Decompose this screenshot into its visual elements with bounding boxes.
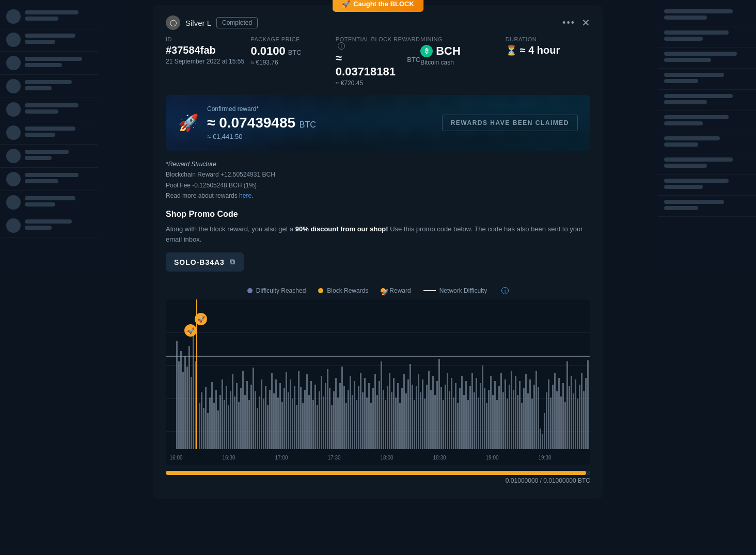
svg-rect-73 [314,385,316,449]
svg-rect-13 [188,346,190,449]
reward-text-block: Confirmed reward* ≈ 0.07439485 BTC ≈ €1,… [207,105,316,140]
copy-icon[interactable]: ⧉ [230,258,235,266]
legend-reward-label: Reward [389,287,411,294]
svg-rect-124 [420,392,421,449]
svg-rect-177 [529,379,531,449]
svg-rect-41 [248,400,250,449]
svg-rect-188 [552,385,554,449]
svg-rect-179 [533,385,535,449]
svg-rect-107 [385,400,386,449]
svg-rect-27 [219,395,221,449]
reward-structure-blockchain: Blockchain Reward +12.50524931 BCH [166,169,590,180]
progress-label: 0.01000000 / 0.01000000 BTC [166,477,590,484]
id-value: #37584fab [166,44,250,56]
svg-rect-149 [471,373,473,449]
promo-section: Shop Promo Code Along with the block rew… [153,210,603,282]
user-name: Silver L [185,19,211,27]
svg-rect-134 [440,387,442,449]
svg-rect-138 [449,391,450,449]
confirmed-unit: BTC [300,120,316,129]
svg-rect-9 [180,351,182,449]
svg-rect-90 [350,376,351,449]
caught-block-banner: 🚀 Caught the BLOCK [333,0,423,12]
svg-rect-113 [397,383,399,449]
svg-rect-192 [560,397,562,449]
read-more-link[interactable]: here [239,192,251,199]
network-difficulty-line [423,290,436,291]
mining-coin-name: BCH [436,44,461,58]
svg-text:🚀: 🚀 [197,315,205,323]
svg-rect-122 [416,386,417,449]
promo-title: Shop Promo Code [166,210,590,219]
svg-rect-44 [255,391,256,449]
svg-rect-86 [341,367,343,449]
svg-rect-77 [323,397,324,449]
modal-wrapper: 🚀 Caught the BLOCK ◯ Silver L Completed … [0,0,756,555]
close-button[interactable]: ✕ [581,18,590,28]
svg-rect-158 [490,376,492,449]
difficulty-reached-dot [247,288,253,293]
svg-rect-7 [176,341,178,449]
svg-rect-194 [564,402,566,449]
rocket-icon: 🚀 [178,113,199,133]
svg-rect-160 [494,381,496,449]
potential-reward-label: Potential Block Reward i [336,36,420,50]
svg-rect-172 [519,381,521,449]
svg-rect-197 [571,376,572,449]
svg-rect-131 [434,395,436,449]
svg-rect-144 [461,376,463,449]
svg-rect-70 [308,395,310,449]
svg-rect-135 [443,400,444,449]
svg-rect-153 [480,383,481,449]
svg-rect-79 [327,369,328,449]
svg-rect-150 [474,392,475,449]
svg-rect-89 [348,390,349,449]
chart-info-icon[interactable]: i [501,287,509,294]
header-actions: ••• ✕ [562,18,590,28]
svg-rect-25 [215,390,217,449]
svg-text:🚀: 🚀 [187,327,195,335]
svg-rect-171 [517,395,518,449]
legend-difficulty-reached: Difficulty Reached [247,287,306,294]
more-options-button[interactable]: ••• [562,18,575,28]
svg-rect-173 [521,403,523,449]
svg-rect-11 [184,356,186,449]
info-icon[interactable]: i [338,42,345,50]
svg-rect-114 [399,403,401,449]
reward-structure-title: *Reward Structure [166,159,590,169]
svg-rect-84 [337,398,339,449]
svg-rect-83 [335,378,337,449]
reward-structure-section: *Reward Structure Blockchain Reward +12.… [153,159,603,210]
claimed-badge: REWARDS HAVE BEEN CLAIMED [442,115,578,131]
avatar: ◯ [166,15,180,30]
svg-rect-176 [527,393,529,449]
svg-rect-180 [536,371,537,449]
svg-rect-185 [546,392,547,449]
svg-rect-18 [201,392,202,449]
svg-rect-30 [226,386,227,449]
svg-rect-45 [257,408,258,449]
svg-rect-112 [395,398,397,449]
svg-rect-130 [432,376,434,449]
reward-left: 🚀 Confirmed reward* ≈ 0.07439485 BTC ≈ €… [178,105,316,140]
svg-rect-33 [232,374,233,449]
svg-rect-8 [178,361,180,449]
svg-rect-71 [310,381,312,449]
svg-rect-14 [191,377,192,449]
svg-rect-102 [374,374,376,449]
svg-rect-96 [362,392,364,449]
chart-container: 🚀 🚀 16:00 16:30 17:00 17:30 18:00 18:30 … [166,299,590,465]
svg-rect-37 [240,388,242,449]
svg-rect-151 [476,378,477,449]
svg-rect-181 [538,387,539,449]
svg-rect-123 [418,374,419,449]
svg-rect-93 [356,400,357,449]
svg-rect-164 [502,392,504,449]
progress-section: 0.01000000 / 0.01000000 BTC [166,471,590,484]
chart-legend: Difficulty Reached Block Rewards 🚀 Rewar… [153,282,603,299]
legend-reward: 🚀 Reward [381,287,411,294]
svg-rect-184 [544,413,545,449]
svg-rect-109 [389,373,390,449]
svg-rect-24 [213,403,215,449]
avatar-initial: ◯ [170,19,177,26]
